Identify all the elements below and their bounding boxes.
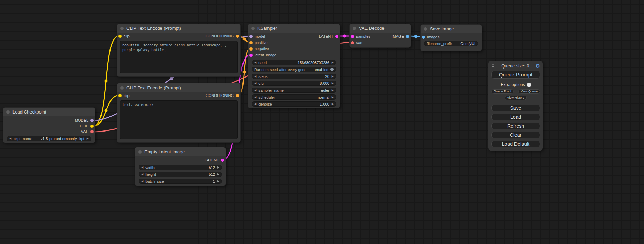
output-port-image[interactable] [406,35,409,38]
seed-widget[interactable]: ◀ seed 156680208700286 ▶ [252,60,336,65]
filename-prefix-widget[interactable]: filename_prefix ComfyUI [424,41,478,46]
scheduler-widget[interactable]: ◀ scheduler normal ▶ [252,94,336,100]
collapse-dot-icon[interactable] [120,27,124,30]
collapse-dot-icon[interactable] [6,110,10,114]
input-port-clip[interactable] [118,35,122,38]
decrement-icon[interactable]: ◀ [141,180,143,183]
queue-front-button[interactable]: Queue Front [491,89,514,94]
denoise-widget[interactable]: ◀ denoise 1.000 ▶ [252,101,336,107]
input-port-positive[interactable] [249,41,253,44]
cfg-widget[interactable]: ◀ cfg 8.000 ▶ [252,81,336,86]
decrement-icon[interactable]: ◀ [254,61,256,64]
widget-label: seed [258,61,267,65]
decrement-icon[interactable]: ◀ [141,173,143,176]
increment-icon[interactable]: ▶ [332,96,334,99]
output-port-vae[interactable] [90,130,94,133]
increment-icon[interactable]: ▶ [332,89,334,92]
increment-icon[interactable]: ▶ [217,173,219,176]
view-queue-button[interactable]: View Queue [518,89,540,94]
decrement-icon[interactable]: ◀ [254,96,256,99]
steps-widget[interactable]: ◀ steps 20 ▶ [252,74,336,79]
load-default-button[interactable]: Load Default [491,141,540,147]
input-port-latent-image[interactable] [249,54,253,57]
queue-size-label: Queue size: 0 [501,63,529,69]
node-ksampler[interactable]: KSampler LATENT model positive negative … [248,24,340,108]
decrement-icon[interactable]: ◀ [9,137,11,140]
output-label: LATENT [319,34,333,38]
output-port-latent[interactable] [335,35,338,38]
widget-label: sampler_name [258,88,284,92]
batch-size-widget[interactable]: ◀ batch_size 1 ▶ [139,179,222,184]
node-save-image[interactable]: Save Image images filename_prefix ComfyU… [420,24,482,51]
refresh-button[interactable]: Refresh [491,123,540,129]
increment-icon[interactable]: ▶ [332,103,334,106]
widget-value: 156680208700286 [298,61,329,65]
toggle-icon[interactable] [330,68,334,71]
widget-label: steps [258,74,267,79]
clear-button[interactable]: Clear [491,132,540,138]
node-clip-text-encode-negative[interactable]: CLIP Text Encode (Prompt) clip CONDITION… [117,83,241,143]
prompt-textarea[interactable]: beautiful scenery nature glass bottle la… [120,41,238,73]
decrement-icon[interactable]: ◀ [141,166,143,169]
node-title-bar: Load Checkpoint [3,108,95,116]
ckpt-name-widget[interactable]: ◀ ckpt_name v1-5-pruned-emaonly.ckpt ▶ [7,136,91,141]
random-seed-toggle-widget[interactable]: Random seed after every gen enabled [252,67,336,72]
node-title-bar: VAE Decode [350,24,411,33]
height-widget[interactable]: ◀ height 512 ▶ [139,172,222,177]
output-port-conditioning[interactable] [236,35,239,38]
output-port-clip[interactable] [90,125,94,128]
menu-drag-handle-icon[interactable] [491,64,495,68]
decrement-icon[interactable]: ◀ [254,75,256,78]
output-label: IMAGE [392,34,404,38]
decrement-icon[interactable]: ◀ [254,89,256,92]
view-history-button[interactable]: View History [505,96,527,100]
node-empty-latent-image[interactable]: Empty Latent Image LATENT ◀ width 512 ▶ … [135,147,226,186]
output-label: CONDITIONING [206,93,234,98]
node-title: Empty Latent Image [144,149,185,154]
decrement-icon[interactable]: ◀ [254,82,256,85]
widget-label: cfg [258,81,264,85]
output-port-model[interactable] [90,119,94,122]
settings-gear-icon[interactable]: ⚙ [536,63,540,69]
node-load-checkpoint[interactable]: Load Checkpoint MODEL CLIP VAE ◀ ckpt_na… [3,107,95,143]
output-label: VAE [81,129,88,134]
collapse-dot-icon[interactable] [424,27,427,31]
extra-options-checkbox[interactable] [527,83,531,87]
save-button[interactable]: Save [491,105,540,111]
widget-label: batch_size [145,179,164,183]
queue-prompt-button[interactable]: Queue Prompt [491,71,540,79]
output-label: CLIP [80,124,88,128]
input-port-clip[interactable] [118,94,122,97]
collapse-dot-icon[interactable] [353,27,356,30]
increment-icon[interactable]: ▶ [217,166,219,169]
collapse-dot-icon[interactable] [120,86,124,90]
load-button[interactable]: Load [491,114,540,120]
increment-icon[interactable]: ▶ [332,82,334,85]
output-port-latent[interactable] [221,159,224,162]
node-title: Load Checkpoint [12,109,46,115]
width-widget[interactable]: ◀ width 512 ▶ [139,165,222,170]
input-port-samples[interactable] [351,35,354,38]
link-midpoint-dot [243,71,246,74]
prompt-textarea[interactable]: text, watermark [120,100,238,139]
increment-icon[interactable]: ▶ [332,61,334,64]
node-title-bar: CLIP Text Encode (Prompt) [117,24,240,33]
widget-value: 20 [325,74,329,79]
collapse-dot-icon[interactable] [251,27,255,30]
decrement-icon[interactable]: ◀ [254,103,256,106]
increment-icon[interactable]: ▶ [332,75,334,78]
input-port-vae[interactable] [351,41,354,44]
node-title: VAE Decode [359,26,384,31]
collapse-dot-icon[interactable] [138,150,142,154]
node-clip-text-encode-positive[interactable]: CLIP Text Encode (Prompt) clip CONDITION… [117,24,241,77]
output-label: MODEL [75,118,88,123]
increment-icon[interactable]: ▶ [217,180,219,183]
node-vae-decode[interactable]: VAE Decode IMAGE samples vae [349,24,411,48]
input-port-negative[interactable] [249,47,253,51]
input-port-images[interactable] [422,36,425,39]
output-port-conditioning[interactable] [236,94,239,97]
increment-icon[interactable]: ▶ [87,137,89,140]
sampler-name-widget[interactable]: ◀ sampler_name euler ▶ [252,88,336,93]
widget-value: 512 [209,172,215,177]
input-port-model[interactable] [249,35,253,38]
